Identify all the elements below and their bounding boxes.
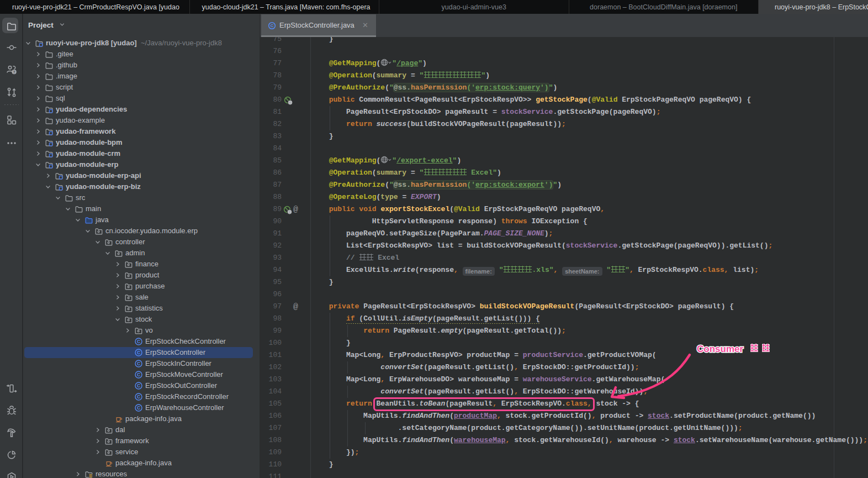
svg-text:C: C — [137, 361, 140, 366]
svg-text:Consumer: Consumer — [697, 344, 743, 354]
svg-text:C: C — [271, 23, 274, 28]
svg-text:C: C — [137, 405, 140, 411]
svg-text:C: C — [137, 394, 140, 400]
svg-text:?: ? — [13, 70, 15, 74]
svg-text:C: C — [137, 383, 140, 388]
svg-text:C: C — [137, 350, 140, 355]
svg-text:C: C — [137, 372, 140, 377]
svg-text:C: C — [137, 339, 140, 344]
